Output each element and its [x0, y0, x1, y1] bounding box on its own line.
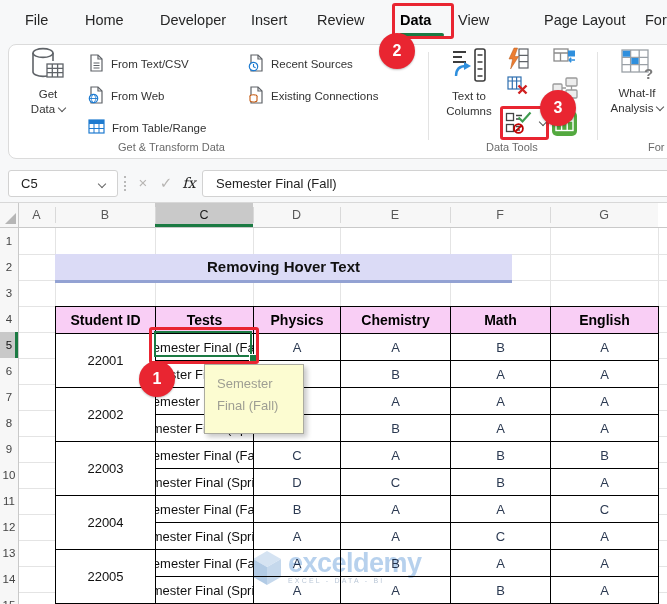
- column-header-g[interactable]: G: [550, 203, 658, 227]
- row-header-6[interactable]: 6: [0, 358, 18, 385]
- row-header-9[interactable]: 9: [0, 436, 18, 463]
- test-name-cell[interactable]: Semester Final (Fall): [156, 550, 254, 577]
- column-header-separator: [155, 207, 156, 223]
- grade-cell[interactable]: A: [451, 361, 551, 388]
- tab-form[interactable]: Form: [645, 0, 667, 40]
- grade-cell[interactable]: B: [451, 469, 551, 496]
- test-name-text: Semester Final (Spring): [156, 523, 253, 549]
- name-box[interactable]: C5: [8, 170, 118, 197]
- table-header-student-id[interactable]: Student ID: [56, 307, 156, 334]
- test-name-cell[interactable]: Semester Final (Fall): [156, 496, 254, 523]
- tab-home[interactable]: Home: [85, 0, 124, 40]
- column-header-a[interactable]: A: [18, 203, 55, 227]
- tab-developer[interactable]: Developer: [160, 0, 226, 40]
- grade-cell[interactable]: A: [254, 334, 341, 361]
- select-all-corner[interactable]: [0, 203, 18, 227]
- row-header-1[interactable]: 1: [0, 228, 18, 255]
- tab-file[interactable]: File: [25, 0, 48, 40]
- from-web-button[interactable]: From Web: [88, 80, 206, 112]
- grade-cell[interactable]: C: [451, 523, 551, 550]
- test-name-cell[interactable]: Semester Final (Fall): [156, 442, 254, 469]
- row-header-13[interactable]: 13: [0, 540, 18, 567]
- column-header-b[interactable]: B: [55, 203, 155, 227]
- grade-cell[interactable]: B: [451, 334, 551, 361]
- test-name-cell[interactable]: Semester Final (Spring): [156, 577, 254, 604]
- existing-connections-button[interactable]: Existing Connections: [248, 80, 378, 112]
- tab-view[interactable]: View: [458, 0, 489, 40]
- student-id-cell[interactable]: 22005: [56, 550, 156, 604]
- grade-cell[interactable]: A: [341, 388, 451, 415]
- get-data-button[interactable]: Get Data: [16, 47, 80, 153]
- row-header-7[interactable]: 7: [0, 384, 18, 411]
- grade-cell[interactable]: A: [551, 361, 659, 388]
- grade-cell[interactable]: C: [341, 469, 451, 496]
- row-header-15[interactable]: 15: [0, 592, 18, 604]
- grade-cell[interactable]: C: [551, 496, 659, 523]
- grade-cell[interactable]: A: [551, 577, 659, 604]
- tab-review[interactable]: Review: [317, 0, 365, 40]
- row-header-10[interactable]: 10: [0, 462, 18, 489]
- consolidate-icon[interactable]: [552, 47, 576, 69]
- grade-cell[interactable]: A: [451, 415, 551, 442]
- formula-bar-drag-dots[interactable]: [124, 176, 126, 191]
- text-to-columns-button[interactable]: Text to Columns: [437, 47, 501, 153]
- row-header-3[interactable]: 3: [0, 280, 18, 307]
- grade-cell[interactable]: A: [341, 523, 451, 550]
- grade-cell[interactable]: A: [551, 388, 659, 415]
- grade-cell[interactable]: B: [341, 415, 451, 442]
- grade-cell[interactable]: A: [451, 496, 551, 523]
- cancel-icon[interactable]: ×: [133, 170, 153, 197]
- from-table-range-button[interactable]: From Table/Range: [88, 112, 206, 144]
- student-id-cell[interactable]: 22004: [56, 496, 156, 550]
- row-header-12[interactable]: 12: [0, 514, 18, 541]
- tab-insert[interactable]: Insert: [251, 0, 287, 40]
- recent-sources-button[interactable]: Recent Sources: [248, 48, 378, 80]
- column-header-f[interactable]: F: [450, 203, 550, 227]
- column-header-d[interactable]: D: [253, 203, 340, 227]
- from-text-csv-button[interactable]: From Text/CSV: [88, 48, 206, 80]
- table-header-math[interactable]: Math: [451, 307, 551, 334]
- what-if-analysis-button[interactable]: ? What-If Analysis: [604, 47, 667, 153]
- grade-cell[interactable]: B: [341, 361, 451, 388]
- name-box-dropdown-caret[interactable]: [98, 180, 106, 188]
- grade-cell[interactable]: C: [254, 442, 341, 469]
- remove-duplicates-icon[interactable]: [506, 75, 530, 97]
- grade-cell[interactable]: A: [451, 388, 551, 415]
- grade-cell[interactable]: B: [451, 577, 551, 604]
- grade-cell[interactable]: B: [451, 442, 551, 469]
- table-header-physics[interactable]: Physics: [254, 307, 341, 334]
- grade-cell[interactable]: A: [254, 523, 341, 550]
- student-id-cell[interactable]: 22002: [56, 388, 156, 442]
- grade-cell[interactable]: A: [341, 442, 451, 469]
- row-header-14[interactable]: 14: [0, 566, 18, 593]
- enter-icon[interactable]: ✓: [156, 170, 176, 197]
- chevron-down-icon: [58, 104, 66, 112]
- test-name-cell[interactable]: Semester Final (Spring): [156, 523, 254, 550]
- row-header-8[interactable]: 8: [0, 410, 18, 437]
- row-header-2[interactable]: 2: [0, 254, 18, 281]
- table-header-english[interactable]: English: [551, 307, 659, 334]
- student-id-cell[interactable]: 22003: [56, 442, 156, 496]
- grade-cell[interactable]: A: [551, 334, 659, 361]
- test-name-cell[interactable]: Semester Final (Spring): [156, 469, 254, 496]
- grade-cell[interactable]: A: [551, 469, 659, 496]
- row-header-11[interactable]: 11: [0, 488, 18, 515]
- grade-cell[interactable]: B: [254, 496, 341, 523]
- formula-bar-input[interactable]: Semester Final (Fall): [202, 170, 667, 197]
- grade-cell[interactable]: A: [551, 523, 659, 550]
- tab-page-layout[interactable]: Page Layout: [544, 0, 625, 40]
- grade-cell[interactable]: A: [341, 496, 451, 523]
- grade-cell[interactable]: D: [254, 469, 341, 496]
- grade-cell[interactable]: A: [341, 334, 451, 361]
- grade-cell[interactable]: A: [551, 550, 659, 577]
- grade-cell[interactable]: A: [551, 415, 659, 442]
- insert-function-icon[interactable]: fx: [179, 170, 199, 197]
- recent-sources-icon: [248, 54, 264, 74]
- grade-cell[interactable]: B: [551, 442, 659, 469]
- ribbon-tab-bar: FileHomeDeveloperInsertReviewDataViewPag…: [0, 0, 667, 40]
- column-header-e[interactable]: E: [340, 203, 450, 227]
- row-header-4[interactable]: 4: [0, 306, 18, 333]
- table-header-chemistry[interactable]: Chemistry: [341, 307, 451, 334]
- grade-cell[interactable]: A: [451, 550, 551, 577]
- flash-fill-icon[interactable]: [506, 47, 530, 70]
